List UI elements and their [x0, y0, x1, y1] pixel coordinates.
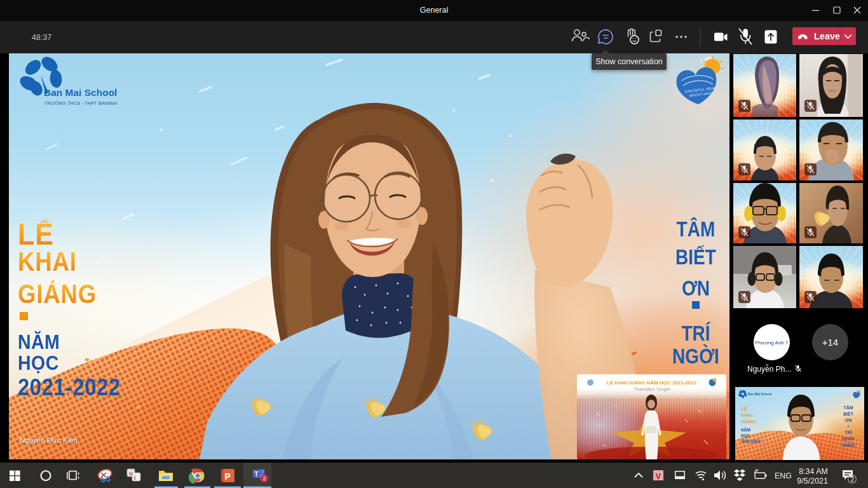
svg-text:9/5/2021: 9/5/2021 — [797, 477, 828, 485]
svg-text:2: 2 — [851, 475, 855, 483]
svg-text:TRƯỜNG THCS · THPT BANMAI: TRƯỜNG THCS · THPT BANMAI — [44, 100, 118, 106]
svg-text:V: V — [656, 471, 661, 481]
svg-text:ENG: ENG — [775, 471, 792, 480]
svg-text:u: u — [129, 470, 133, 477]
svg-text:8:34 AM: 8:34 AM — [799, 467, 828, 476]
svg-text:i: i — [134, 475, 136, 481]
svg-text:T: T — [255, 471, 259, 478]
svg-text:2: 2 — [263, 475, 266, 482]
svg-text:Ban Mai School: Ban Mai School — [44, 87, 117, 98]
svg-text:P: P — [225, 471, 231, 482]
svg-text:Ban Mai School: Ban Mai School — [748, 392, 772, 396]
svg-text:Leave: Leave — [814, 31, 840, 41]
